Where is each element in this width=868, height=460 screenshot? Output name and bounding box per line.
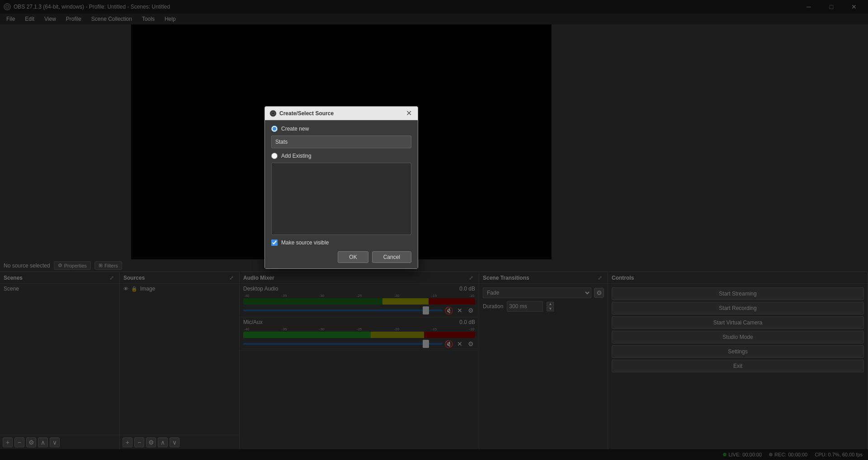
dialog-title: Create/Select Source <box>279 110 334 117</box>
create-new-row: Create new <box>271 126 411 132</box>
create-new-label[interactable]: Create new <box>281 126 309 132</box>
add-existing-radio[interactable] <box>271 153 278 159</box>
create-new-radio[interactable] <box>271 126 278 132</box>
dialog-overlay: Create/Select Source ✕ Create new Add Ex… <box>0 0 868 460</box>
svg-point-5 <box>272 113 274 114</box>
add-existing-row: Add Existing <box>271 153 411 159</box>
dialog-buttons: OK Cancel <box>271 251 411 263</box>
add-existing-label[interactable]: Add Existing <box>281 153 311 159</box>
make-visible-checkbox[interactable] <box>271 239 278 246</box>
dialog-titlebar: Create/Select Source ✕ <box>265 107 418 120</box>
make-visible-label[interactable]: Make source visible <box>281 239 329 246</box>
make-visible-row: Make source visible <box>271 239 411 246</box>
dialog-title-left: Create/Select Source <box>269 110 334 117</box>
dialog-cancel-button[interactable]: Cancel <box>372 251 411 263</box>
source-name-input[interactable] <box>271 136 411 148</box>
dialog-body: Create new Add Existing Make source visi… <box>265 120 418 268</box>
dialog-obs-icon <box>269 110 277 117</box>
create-select-source-dialog: Create/Select Source ✕ Create new Add Ex… <box>264 106 418 269</box>
dialog-close-button[interactable]: ✕ <box>404 109 413 118</box>
existing-sources-list <box>271 163 411 235</box>
dialog-ok-button[interactable]: OK <box>338 251 368 263</box>
